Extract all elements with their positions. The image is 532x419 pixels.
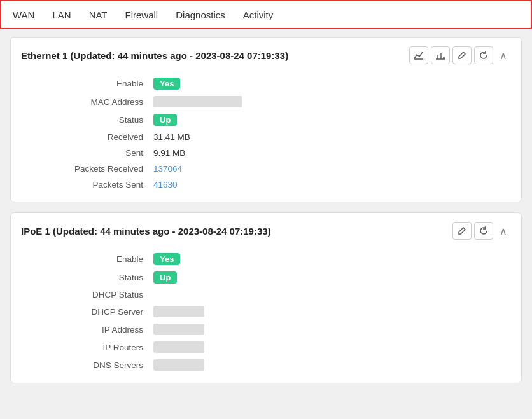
tab-activity[interactable]: Activity xyxy=(234,3,283,27)
enable-badge: Yes xyxy=(153,78,180,90)
packets-sent-value: 41630 xyxy=(153,180,178,189)
ipoe1-info-table: Enable Yes Status Up DHCP Status DHCP Se… xyxy=(21,250,511,374)
field-label-blue: DNS Servers xyxy=(21,356,148,374)
card-ethernet1-actions: ∧ xyxy=(409,46,511,64)
ip-address-masked xyxy=(153,324,204,335)
field-label: Packets Sent xyxy=(21,177,148,193)
field-value: Up xyxy=(148,268,511,287)
collapse-button-ipoe1[interactable]: ∧ xyxy=(496,223,511,238)
field-value xyxy=(148,356,511,374)
packets-received-value: 137064 xyxy=(153,164,182,174)
field-label: Packets Received xyxy=(21,161,148,177)
card-ipoe1: IPoE 1 (Updated: 44 minutes ago - 2023-0… xyxy=(10,212,522,383)
field-label: Enable xyxy=(21,250,148,268)
field-value xyxy=(148,93,511,111)
card-ethernet1-header: Ethernet 1 (Updated: 44 minutes ago - 20… xyxy=(21,46,511,64)
refresh-button-ethernet1[interactable] xyxy=(474,46,493,64)
table-row: DHCP Status xyxy=(21,287,511,303)
field-value xyxy=(148,303,511,320)
refresh-button-ipoe1[interactable] xyxy=(474,222,493,240)
table-row: DNS Servers xyxy=(21,356,511,374)
field-label-blue: DHCP Status xyxy=(21,287,148,303)
field-value xyxy=(148,338,511,356)
field-value: 9.91 MB xyxy=(148,145,511,161)
main-content: Ethernet 1 (Updated: 44 minutes ago - 20… xyxy=(0,29,532,401)
field-label-blue: IP Routers xyxy=(21,338,148,356)
table-row: Status Up xyxy=(21,111,511,129)
card-ethernet1: Ethernet 1 (Updated: 44 minutes ago - 20… xyxy=(10,37,522,202)
table-row: Enable Yes xyxy=(21,74,511,93)
field-label: Status xyxy=(21,268,148,287)
field-value: Yes xyxy=(148,74,511,93)
table-row: Packets Sent 41630 xyxy=(21,177,511,193)
table-row: IP Routers xyxy=(21,338,511,356)
card-ipoe1-title: IPoE 1 (Updated: 44 minutes ago - 2023-0… xyxy=(21,226,271,237)
status-badge: Up xyxy=(153,114,177,126)
mac-address-masked xyxy=(153,96,242,107)
field-label: Status xyxy=(21,111,148,129)
table-row: Enable Yes xyxy=(21,250,511,268)
field-value xyxy=(148,287,511,303)
card-ipoe1-header: IPoE 1 (Updated: 44 minutes ago - 2023-0… xyxy=(21,222,511,240)
field-value: Up xyxy=(148,111,511,129)
field-value: Yes xyxy=(148,250,511,268)
field-value: 31.41 MB xyxy=(148,129,511,145)
chart-bar-button[interactable] xyxy=(431,46,450,64)
field-label-blue: IP Address xyxy=(21,320,148,338)
table-row: DHCP Server xyxy=(21,303,511,320)
status-badge-ipoe: Up xyxy=(153,271,177,284)
chart-line-button[interactable] xyxy=(409,46,428,64)
field-label: Received xyxy=(21,129,148,145)
enable-badge-ipoe: Yes xyxy=(153,253,180,265)
card-ipoe1-actions: ∧ xyxy=(452,222,511,240)
tab-diagnostics[interactable]: Diagnostics xyxy=(167,3,234,27)
tab-wan[interactable]: WAN xyxy=(4,3,43,27)
dns-servers-masked xyxy=(153,359,204,371)
dhcp-server-masked xyxy=(153,306,204,317)
field-label: Enable xyxy=(21,74,148,93)
ethernet1-info-table: Enable Yes MAC Address Status Up Receive… xyxy=(21,74,511,193)
edit-button-ipoe1[interactable] xyxy=(452,222,472,240)
table-row: Received 31.41 MB xyxy=(21,129,511,145)
svg-rect-2 xyxy=(440,53,442,59)
card-ethernet1-title: Ethernet 1 (Updated: 44 minutes ago - 20… xyxy=(21,50,288,61)
table-row: IP Address xyxy=(21,320,511,338)
field-value: 41630 xyxy=(148,177,511,193)
table-row: Packets Received 137064 xyxy=(21,161,511,177)
field-label: Sent xyxy=(21,145,148,161)
ip-routers-masked xyxy=(153,341,204,353)
svg-rect-1 xyxy=(437,55,438,59)
collapse-button-ethernet1[interactable]: ∧ xyxy=(496,48,511,63)
table-row: Status Up xyxy=(21,268,511,287)
field-value xyxy=(148,320,511,338)
field-value: 137064 xyxy=(148,161,511,177)
tab-bar: WAN LAN NAT Firewall Diagnostics Activit… xyxy=(0,0,532,29)
field-label: MAC Address xyxy=(21,93,148,111)
tab-lan[interactable]: LAN xyxy=(43,3,80,27)
tab-firewall[interactable]: Firewall xyxy=(116,3,167,27)
tab-nat[interactable]: NAT xyxy=(80,3,116,27)
table-row: MAC Address xyxy=(21,93,511,111)
field-label-blue: DHCP Server xyxy=(21,303,148,320)
table-row: Sent 9.91 MB xyxy=(21,145,511,161)
edit-button-ethernet1[interactable] xyxy=(452,46,472,64)
